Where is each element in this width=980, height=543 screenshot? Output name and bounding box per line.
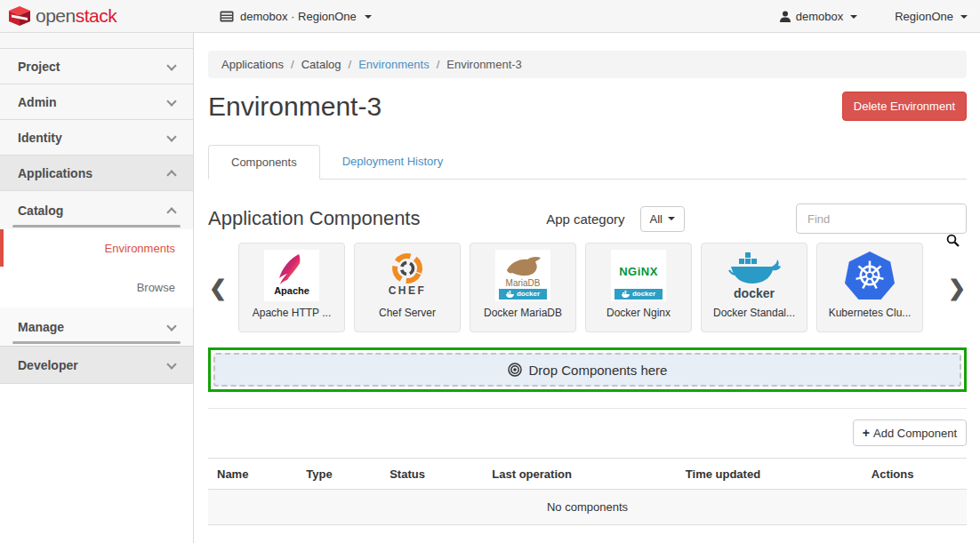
- kubernetes-logo-icon: [842, 250, 897, 301]
- docker-badge: docker: [615, 289, 663, 299]
- region-menu-label: RegionOne: [895, 10, 953, 23]
- app-category-value: All: [650, 212, 663, 226]
- sidebar-item-label: Project: [18, 60, 60, 74]
- sidebar-item-admin[interactable]: Admin: [0, 84, 193, 120]
- add-component-label: Add Component: [873, 427, 957, 440]
- user-menu[interactable]: demobox: [780, 10, 857, 23]
- search-icon[interactable]: [946, 234, 960, 251]
- app-category-dropdown[interactable]: All: [640, 206, 685, 232]
- empty-table-row: No components: [208, 490, 967, 525]
- section-heading: Application Components: [208, 207, 420, 230]
- components-carousel: ❮ Apache Apache HTTP ...: [208, 243, 967, 332]
- sidebar-item-label: Manage: [18, 320, 64, 334]
- page-title-row: Environment-3 Delete Environment: [208, 92, 967, 122]
- breadcrumb-separator: /: [349, 58, 352, 71]
- openstack-logo: openstack: [9, 5, 116, 27]
- sidebar-item-browse[interactable]: Browse: [0, 267, 193, 307]
- context-switcher-label: demobox · RegionOne: [240, 10, 357, 23]
- project-context-switcher[interactable]: demobox · RegionOne: [220, 0, 372, 33]
- sidebar-item-label: Applications: [18, 166, 92, 180]
- openstack-cube-icon: [9, 6, 30, 26]
- sidebar-item-label: Browse: [137, 281, 175, 294]
- tab-bar: Components Deployment History: [208, 145, 967, 180]
- breadcrumb-separator: /: [291, 58, 294, 71]
- sidebar-item-applications[interactable]: Applications: [0, 156, 193, 191]
- column-header-status: Status: [382, 459, 485, 490]
- tab-components[interactable]: Components: [208, 145, 320, 180]
- add-component-button[interactable]: + Add Component: [853, 419, 967, 446]
- caret-down-icon: [365, 15, 372, 19]
- sidebar-top-sliver: [0, 33, 193, 49]
- brand-stack: stack: [76, 5, 117, 26]
- section-divider: [208, 408, 967, 409]
- sidebar-item-project[interactable]: Project: [0, 49, 193, 84]
- sidebar-item-manage[interactable]: Manage: [0, 307, 193, 346]
- component-card-label: Docker Standal...: [702, 307, 807, 319]
- sidebar-item-developer[interactable]: Developer: [0, 346, 193, 384]
- carousel-next-button[interactable]: ❯: [947, 275, 967, 300]
- svg-text:CHEF: CHEF: [389, 284, 427, 297]
- component-card-label: Docker MariaDB: [470, 307, 575, 319]
- sidebar-item-label: Catalog: [18, 204, 63, 218]
- carousel-cards: Apache Apache HTTP ... CHEF Chef Server: [238, 243, 923, 332]
- chevron-down-icon: [166, 359, 176, 369]
- tab-deployment-history[interactable]: Deployment History: [320, 145, 465, 179]
- sidebar-item-label: Identity: [18, 131, 62, 145]
- region-menu[interactable]: RegionOne: [895, 10, 968, 23]
- find-field-wrapper: [796, 204, 967, 234]
- find-input[interactable]: [796, 204, 967, 234]
- chevron-down-icon: [166, 60, 176, 70]
- breadcrumb-current: Environment-3: [446, 58, 522, 71]
- component-card-docker-nginx[interactable]: NGiNX docker Docker Nginx: [585, 243, 692, 332]
- svg-text:Apache: Apache: [274, 285, 309, 296]
- column-header-time-updated: Time updated: [679, 459, 864, 490]
- top-right-menus: demobox RegionOne: [780, 0, 968, 33]
- breadcrumb-item-catalog: Catalog: [301, 58, 341, 71]
- breadcrumb: Applications / Catalog / Environments / …: [208, 51, 967, 78]
- nginx-logo-icon: NGiNX docker: [611, 250, 666, 301]
- carousel-prev-button[interactable]: ❮: [208, 275, 228, 300]
- chevron-down-icon: [166, 96, 176, 106]
- component-card-docker-mariadb[interactable]: MariaDB docker Docker MariaDB: [470, 243, 576, 332]
- components-table-header: Name Type Status Last operation Time upd…: [208, 459, 967, 490]
- chevron-down-icon: [166, 132, 176, 141]
- sidebar-item-catalog[interactable]: Catalog: [0, 191, 193, 229]
- chevron-up-icon: [166, 207, 176, 217]
- docker-badge-text: docker: [517, 290, 540, 298]
- caret-down-icon: [850, 15, 857, 19]
- delete-environment-button[interactable]: Delete Environment: [842, 92, 967, 121]
- table-actions-row: + Add Component: [208, 419, 967, 446]
- sidebar-item-environments[interactable]: Environments: [0, 229, 193, 267]
- apache-logo-icon: Apache: [264, 250, 319, 301]
- breadcrumb-item-applications: Applications: [221, 58, 284, 71]
- user-menu-label: demobox: [796, 10, 843, 23]
- top-header-bar: openstack demobox · RegionOne demobox Re…: [0, 0, 980, 33]
- caret-down-icon: [668, 217, 675, 220]
- docker-logo-icon: docker: [727, 250, 782, 301]
- mariadb-logo-icon: MariaDB docker: [495, 250, 550, 301]
- app-category-label: App category: [546, 212, 624, 227]
- sidebar-item-label: Environments: [105, 242, 175, 255]
- chevron-down-icon: [166, 321, 176, 331]
- component-card-label: Apache HTTP ...: [239, 307, 344, 319]
- caret-down-icon: [960, 15, 968, 19]
- breadcrumb-separator: /: [437, 58, 440, 71]
- component-card-chef[interactable]: CHEF Chef Server: [354, 243, 461, 332]
- sidebar-item-identity[interactable]: Identity: [0, 120, 193, 156]
- docker-badge: docker: [499, 289, 547, 299]
- sidebar-navigation: Project Admin Identity Applications Cata…: [0, 33, 194, 543]
- component-card-kubernetes[interactable]: Kubernetes Clu...: [816, 243, 923, 332]
- drop-components-zone[interactable]: Drop Components here: [213, 353, 961, 387]
- column-header-name: Name: [208, 459, 299, 490]
- user-icon: [780, 11, 791, 22]
- component-card-apache[interactable]: Apache Apache HTTP ...: [238, 243, 345, 332]
- svg-text:NGiNX: NGiNX: [619, 265, 658, 278]
- component-card-label: Chef Server: [355, 307, 460, 319]
- svg-text:docker: docker: [734, 286, 775, 300]
- brand-open: open: [36, 5, 76, 26]
- breadcrumb-link-environments[interactable]: Environments: [358, 58, 429, 71]
- component-card-docker-standalone[interactable]: docker Docker Standal...: [701, 243, 807, 332]
- bullseye-icon: [508, 363, 522, 377]
- component-card-label: Kubernetes Clu...: [817, 307, 922, 319]
- plus-icon: +: [863, 426, 870, 440]
